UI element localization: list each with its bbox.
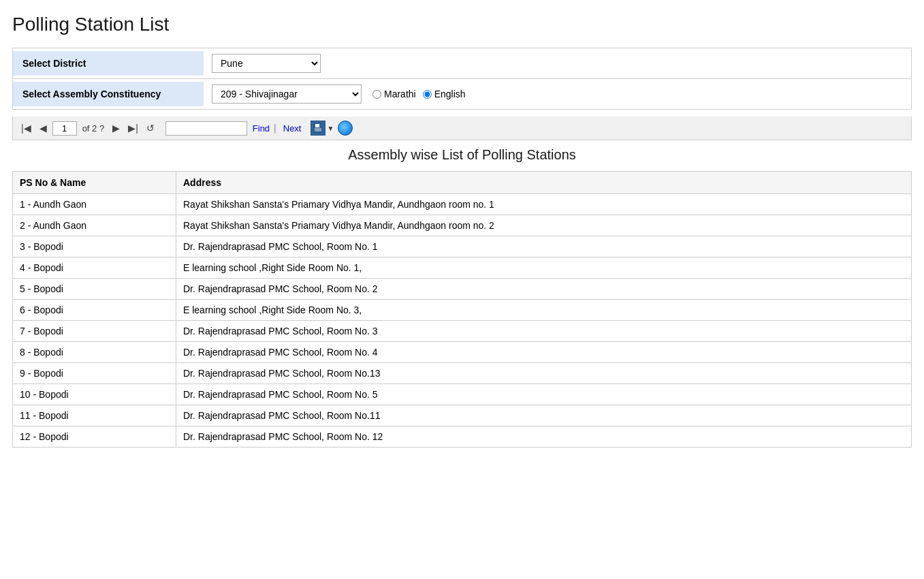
- page-title: Polling Station List: [12, 14, 912, 35]
- last-page-icon: ▶|: [128, 123, 138, 134]
- table-heading: Assembly wise List of Polling Stations: [12, 147, 912, 163]
- address-cell: Rayat Shikshan Sansta's Priamary Vidhya …: [176, 194, 912, 215]
- address-cell: Dr. Rajendraprasad PMC School, Room No. …: [176, 279, 912, 300]
- marathi-label: Marathi: [384, 89, 416, 99]
- table-row: 6 - BopodiE learning school ,Right Side …: [13, 300, 912, 321]
- address-cell: Dr. Rajendraprasad PMC School, Room No. …: [176, 321, 912, 342]
- address-cell: Dr. Rajendraprasad PMC School, Room No. …: [176, 384, 912, 405]
- marathi-radio[interactable]: [372, 90, 381, 99]
- ps-name-cell: 8 - Bopodi: [13, 342, 176, 363]
- table-row: 10 - BopodiDr. Rajendraprasad PMC School…: [13, 384, 912, 405]
- first-page-button[interactable]: |◀: [18, 121, 34, 135]
- ps-name-cell: 10 - Bopodi: [13, 384, 176, 405]
- export-button[interactable]: ▼: [310, 121, 334, 136]
- first-page-icon: |◀: [21, 123, 31, 134]
- address-cell: Dr. Rajendraprasad PMC School, Room No.1…: [176, 363, 912, 384]
- export-area: ▼: [310, 121, 353, 136]
- language-radio-group: Marathi English: [372, 89, 466, 99]
- ps-name-cell: 11 - Bopodi: [13, 405, 176, 426]
- ps-name-cell: 2 - Aundh Gaon: [13, 215, 176, 236]
- form-panel: Select District Pune Mumbai Nashik Nagpu…: [12, 48, 912, 110]
- prev-page-button[interactable]: ◀: [37, 121, 50, 135]
- address-cell: Dr. Rajendraprasad PMC School, Room No. …: [176, 342, 912, 363]
- refresh-icon: ↺: [146, 123, 155, 134]
- address-cell: E learning school ,Right Side Room No. 1…: [176, 257, 912, 279]
- pipe-separator: |: [274, 123, 276, 134]
- page-info: of 2 ?: [82, 123, 105, 134]
- ps-name-cell: 9 - Bopodi: [13, 363, 176, 384]
- next-page-icon: ▶: [112, 123, 120, 134]
- last-page-button[interactable]: ▶|: [125, 121, 141, 135]
- table-row: 5 - BopodiDr. Rajendraprasad PMC School,…: [13, 279, 912, 300]
- svg-rect-2: [315, 128, 321, 131]
- table-row: 4 - BopodiE learning school ,Right Side …: [13, 257, 912, 279]
- english-label: English: [434, 89, 466, 99]
- find-button[interactable]: Find: [253, 123, 270, 134]
- globe-icon: [338, 121, 353, 136]
- polling-station-table: PS No & Name Address 1 - Aundh GaonRayat…: [12, 171, 912, 448]
- toolbar: |◀ ◀ of 2 ? ▶ ▶| ↺ Find | Next: [12, 116, 912, 140]
- district-control-area: Pune Mumbai Nashik Nagpur: [204, 48, 911, 78]
- col-ps-header: PS No & Name: [13, 172, 176, 194]
- constituency-control-area: 209 - Shivajinagar 210 - Kasba Peth 211 …: [204, 79, 911, 109]
- district-select[interactable]: Pune Mumbai Nashik Nagpur: [212, 54, 321, 73]
- ps-name-cell: 12 - Bopodi: [13, 426, 176, 448]
- table-row: 7 - BopodiDr. Rajendraprasad PMC School,…: [13, 321, 912, 342]
- table-row: 11 - BopodiDr. Rajendraprasad PMC School…: [13, 405, 912, 426]
- find-input[interactable]: [165, 121, 247, 136]
- address-cell: E learning school ,Right Side Room No. 3…: [176, 300, 912, 321]
- page-number-input[interactable]: [52, 121, 77, 136]
- ps-name-cell: 1 - Aundh Gaon: [13, 194, 176, 215]
- district-label: Select District: [13, 51, 204, 76]
- ps-name-cell: 7 - Bopodi: [13, 321, 176, 342]
- table-row: 3 - BopodiDr. Rajendraprasad PMC School,…: [13, 236, 912, 257]
- address-cell: Dr. Rajendraprasad PMC School, Room No. …: [176, 426, 912, 448]
- address-cell: Rayat Shikshan Sansta's Priamary Vidhya …: [176, 215, 912, 236]
- table-row: 2 - Aundh GaonRayat Shikshan Sansta's Pr…: [13, 215, 912, 236]
- next-page-button[interactable]: ▶: [110, 121, 123, 135]
- floppy-icon: [310, 121, 325, 136]
- ps-name-cell: 5 - Bopodi: [13, 279, 176, 300]
- refresh-button[interactable]: ↺: [144, 121, 157, 135]
- english-radio[interactable]: [423, 90, 432, 99]
- address-cell: Dr. Rajendraprasad PMC School, Room No. …: [176, 236, 912, 257]
- ps-name-cell: 3 - Bopodi: [13, 236, 176, 257]
- address-cell: Dr. Rajendraprasad PMC School, Room No.1…: [176, 405, 912, 426]
- prev-page-icon: ◀: [39, 123, 47, 134]
- table-row: 12 - BopodiDr. Rajendraprasad PMC School…: [13, 426, 912, 448]
- english-radio-label[interactable]: English: [423, 89, 466, 99]
- ps-name-cell: 6 - Bopodi: [13, 300, 176, 321]
- col-address-header: Address: [176, 172, 912, 194]
- table-header-row: PS No & Name Address: [13, 172, 912, 194]
- table-row: 1 - Aundh GaonRayat Shikshan Sansta's Pr…: [13, 194, 912, 215]
- constituency-label: Select Assembly Constituency: [13, 82, 204, 106]
- next-link[interactable]: Next: [283, 123, 302, 134]
- svg-rect-1: [315, 124, 319, 127]
- table-row: 9 - BopodiDr. Rajendraprasad PMC School,…: [13, 363, 912, 384]
- table-row: 8 - BopodiDr. Rajendraprasad PMC School,…: [13, 342, 912, 363]
- dropdown-arrow-icon: ▼: [327, 125, 334, 132]
- marathi-radio-label[interactable]: Marathi: [372, 89, 416, 99]
- district-row: Select District Pune Mumbai Nashik Nagpu…: [13, 48, 911, 79]
- ps-name-cell: 4 - Bopodi: [13, 257, 176, 279]
- constituency-row: Select Assembly Constituency 209 - Shiva…: [13, 79, 911, 109]
- constituency-select[interactable]: 209 - Shivajinagar 210 - Kasba Peth 211 …: [212, 84, 362, 104]
